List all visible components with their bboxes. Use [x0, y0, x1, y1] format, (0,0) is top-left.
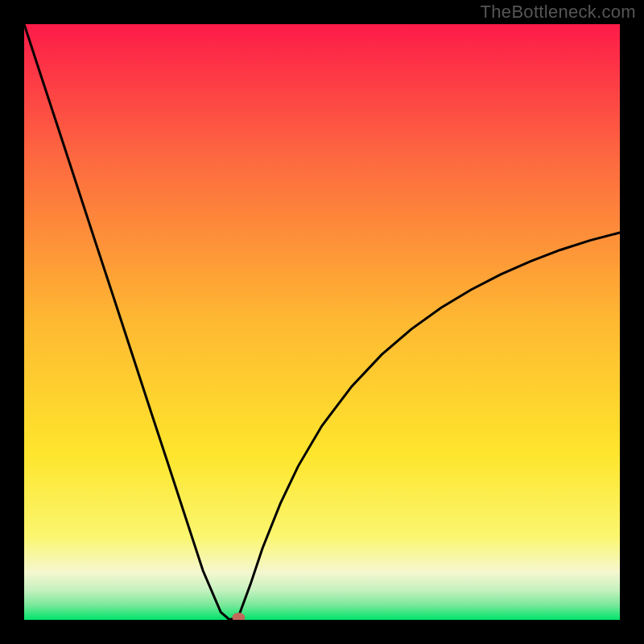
chart-frame: TheBottleneck.com	[0, 0, 644, 644]
plot-area	[24, 24, 620, 620]
chart-svg	[24, 24, 620, 620]
gradient-background	[24, 24, 620, 620]
watermark-text: TheBottleneck.com	[481, 2, 636, 23]
